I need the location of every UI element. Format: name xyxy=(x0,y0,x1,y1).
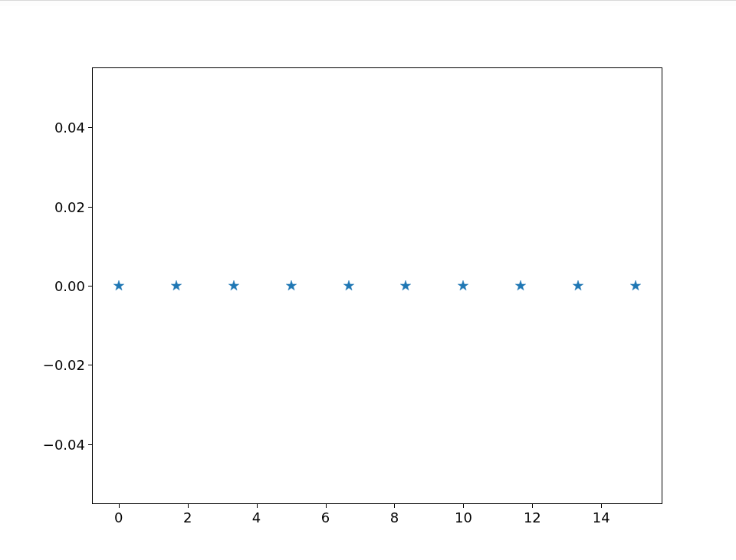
data-point-star-icon xyxy=(458,280,468,291)
x-tick-label: 14 xyxy=(593,509,610,526)
x-tick-label: 0 xyxy=(114,509,123,526)
data-point-star-icon xyxy=(228,280,239,291)
x-tick-mark xyxy=(532,503,533,508)
x-tick-label: 10 xyxy=(455,509,472,526)
y-tick-mark xyxy=(88,127,93,128)
matplotlib-figure: 02468101214−0.04−0.020.000.020.04 xyxy=(0,6,736,560)
x-tick-label: 8 xyxy=(390,509,399,526)
x-tick-label: 2 xyxy=(183,509,192,526)
x-tick-label: 12 xyxy=(524,509,541,526)
x-tick-mark xyxy=(601,503,602,508)
data-point-star-icon xyxy=(400,280,411,291)
data-point-star-icon xyxy=(630,280,641,291)
y-tick-label: 0.02 xyxy=(54,198,85,215)
y-tick-label: −0.04 xyxy=(43,436,85,452)
data-point-star-icon xyxy=(171,280,182,291)
x-tick-mark xyxy=(119,503,120,508)
data-point-star-icon xyxy=(286,280,297,291)
data-point-star-icon xyxy=(113,280,124,291)
y-tick-mark xyxy=(88,444,93,445)
data-point-star-icon xyxy=(515,280,526,291)
y-tick-label: 0.04 xyxy=(54,120,85,136)
notebook-cell-divider xyxy=(0,0,736,6)
x-tick-mark xyxy=(394,503,395,508)
x-tick-label: 6 xyxy=(321,509,330,526)
plot-axes: 02468101214−0.04−0.020.000.020.04 xyxy=(92,67,662,504)
data-point-star-icon xyxy=(343,280,354,291)
x-tick-mark xyxy=(326,503,327,508)
y-tick-label: −0.02 xyxy=(43,357,85,373)
data-point-star-icon xyxy=(573,280,583,291)
y-tick-label: 0.00 xyxy=(54,278,85,294)
y-tick-mark xyxy=(88,365,93,365)
x-tick-mark xyxy=(188,503,189,508)
y-tick-mark xyxy=(88,286,93,287)
x-tick-label: 4 xyxy=(252,509,261,526)
y-tick-mark xyxy=(88,207,93,208)
x-tick-mark xyxy=(257,503,258,508)
x-tick-mark xyxy=(463,503,464,508)
